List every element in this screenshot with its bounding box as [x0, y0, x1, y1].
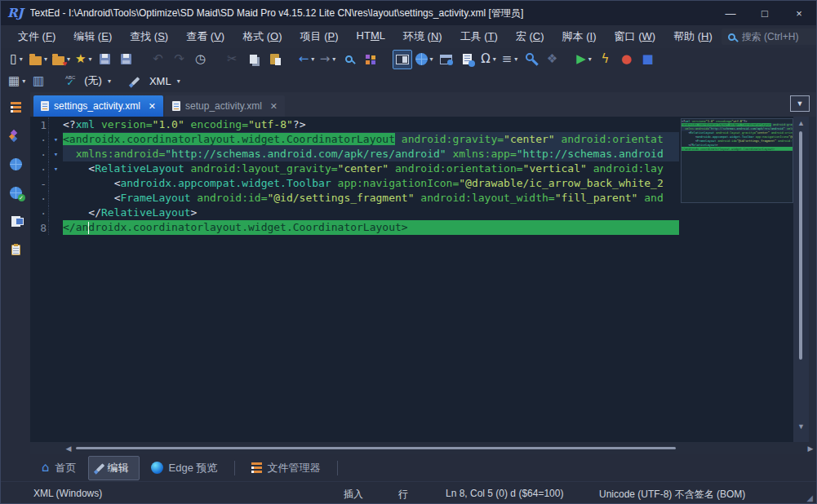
tools-button[interactable] [522, 50, 541, 69]
dropdown-arrow-icon[interactable]: ▾ [22, 77, 25, 85]
menu-item-macro[interactable]: 宏 (C) [507, 26, 553, 47]
split-view-button[interactable]: ▥ [29, 71, 48, 91]
browser-preview-button[interactable]: ▾ [414, 50, 435, 69]
code-line[interactable]: <androidx.appcompat.widget.Toolbar app:n… [63, 176, 679, 191]
dropdown-arrow-icon[interactable]: ▾ [67, 55, 70, 63]
status-encoding[interactable]: Unicode (UTF-8) 不含签名 (BOM) [599, 488, 745, 502]
dropdown-arrow-icon[interactable]: ▾ [20, 55, 23, 63]
scroll-left-icon[interactable]: ◀ [63, 444, 74, 453]
tab-close-icon[interactable]: ✕ [149, 101, 156, 112]
new-file-button[interactable]: ▯▾ [7, 50, 26, 69]
menu-item-format[interactable]: 格式 (O) [233, 26, 291, 47]
show-side-panel-button[interactable] [393, 50, 412, 69]
code-area[interactable]: <?xml version="1.0" encoding="utf-8"?><a… [63, 117, 679, 442]
highlighter-button[interactable] [126, 71, 145, 91]
code-line[interactable]: <FrameLayout android:id="@id/settings_fr… [63, 191, 679, 206]
search-input[interactable] [740, 30, 817, 43]
undo-button[interactable]: ↶ [149, 50, 168, 69]
code-line[interactable]: xmlns:android="http://schemas.android.co… [63, 147, 679, 161]
navigate-forward-button[interactable]: →▾ [318, 50, 338, 69]
find-button[interactable] [340, 50, 359, 69]
open-file-button[interactable]: ▾ [28, 50, 49, 69]
status-syntax-mode[interactable]: XML (Windows) [33, 488, 102, 499]
dropdown-arrow-icon[interactable]: ▾ [493, 55, 496, 63]
sidebar-web-preview-button[interactable] [6, 155, 25, 173]
paste-button[interactable] [265, 50, 285, 69]
special-characters-button[interactable]: Ω▾ [479, 50, 499, 69]
bottom-tab-home[interactable]: ⌂首页 [32, 457, 87, 480]
code-line[interactable]: <RelativeLayout android:layout_gravity="… [63, 161, 679, 176]
dropdown-arrow-icon[interactable]: ▾ [177, 77, 180, 85]
document-minimap[interactable]: <?xml version="1.0" encoding="utf-8"?><a… [681, 118, 793, 203]
code-line[interactable]: </RelativeLayout> [63, 206, 679, 220]
dropdown-arrow-icon[interactable]: ▾ [332, 55, 335, 63]
fold-toggle-icon[interactable]: ▾ [48, 132, 63, 147]
fold-toggle-icon[interactable]: ▾ [48, 147, 63, 161]
horizontal-scroll-thumb[interactable] [76, 447, 676, 449]
layout-mode-button[interactable]: ▦▾ [7, 71, 27, 91]
dropdown-arrow-icon[interactable]: ▾ [44, 55, 47, 63]
code-line[interactable]: </androidx.coordinatorlayout.widget.Coor… [63, 220, 679, 235]
menu-item-tools[interactable]: 工具 (T) [451, 26, 507, 47]
vertical-scroll-thumb[interactable] [799, 131, 802, 360]
bookmarks-button[interactable]: ★▾ [73, 50, 93, 69]
stop-button[interactable]: ■ [638, 50, 658, 69]
history-button[interactable]: ◷ [191, 50, 211, 69]
menu-item-window[interactable]: 窗口 (W) [606, 26, 665, 47]
cut-button[interactable]: ✂ [223, 50, 242, 69]
maximize-button[interactable]: □ [748, 1, 782, 25]
horizontal-scroll-track[interactable] [74, 442, 805, 454]
code-line[interactable]: <?xml version="1.0" encoding="utf-8"?> [63, 117, 679, 132]
menu-item-html[interactable]: HTML [348, 26, 394, 47]
scroll-up-icon[interactable]: ▲ [793, 119, 809, 127]
menu-item-script[interactable]: 脚本 (I) [553, 26, 606, 47]
spell-check-button[interactable] [60, 71, 80, 91]
save-button[interactable] [95, 50, 115, 69]
dropdown-arrow-icon[interactable]: ▾ [88, 55, 91, 63]
editor-tab[interactable]: setup_activity.xml✕ [165, 95, 285, 117]
favorites-button[interactable]: ▾ [51, 50, 72, 69]
dropdown-arrow-icon[interactable]: ▾ [588, 55, 592, 63]
bottom-tab-edit[interactable]: 编辑 [88, 456, 140, 480]
symbols-button[interactable] [361, 50, 380, 69]
close-button[interactable]: × [782, 1, 816, 25]
bottom-tab-edge-preview[interactable]: Edge 预览 [141, 457, 228, 480]
dictionary-selector[interactable]: (无)▾ [84, 73, 111, 88]
menu-item-find[interactable]: 查找 (S) [121, 26, 177, 47]
run-button[interactable]: ▶▾ [575, 50, 594, 69]
scroll-down-icon[interactable]: ▼ [793, 422, 809, 431]
format-document-button[interactable]: ≡▾ [500, 50, 520, 69]
bottom-tab-file-manager[interactable]: 文件管理器 [242, 457, 331, 480]
status-line-mode[interactable]: 行 [398, 488, 408, 502]
editor-tab[interactable]: settings_activity.xml✕ [33, 95, 163, 117]
sidebar-structure-view-button[interactable] [6, 126, 25, 144]
plugins-button[interactable]: ❖ [543, 50, 562, 69]
menu-item-edit[interactable]: 编辑 (E) [64, 26, 121, 47]
dropdown-arrow-icon[interactable]: ▾ [311, 55, 314, 63]
redo-button[interactable]: ↷ [170, 50, 189, 69]
dropdown-arrow-icon[interactable]: ▾ [430, 55, 433, 63]
search-box[interactable] [722, 29, 817, 45]
status-insert-mode[interactable]: 插入 [344, 488, 363, 502]
dropdown-arrow-icon[interactable]: ▾ [108, 77, 111, 85]
navigate-back-button[interactable]: ←▾ [297, 50, 317, 69]
sidebar-panel-preview-button[interactable] [6, 212, 25, 230]
sidebar-web-validate-button[interactable] [6, 183, 25, 201]
menu-item-project[interactable]: 项目 (P) [291, 26, 348, 47]
dropdown-arrow-icon[interactable]: ▾ [514, 55, 517, 63]
sidebar-clipboard-panel-button[interactable] [6, 241, 25, 259]
menu-item-file[interactable]: 文件 (F) [9, 26, 64, 47]
resize-grip[interactable]: ◢ [806, 493, 813, 502]
document-preview-button[interactable] [458, 50, 477, 69]
quick-run-button[interactable]: ϟ [596, 50, 615, 69]
menu-item-help[interactable]: 帮助 (H) [664, 26, 722, 47]
code-line[interactable]: <androidx.coordinatorlayout.widget.Coord… [63, 132, 679, 147]
syntax-selector[interactable]: XML▾ [149, 75, 180, 87]
tab-overflow-button[interactable]: ▼ [790, 95, 810, 112]
sidebar-file-list-button[interactable] [6, 98, 25, 116]
save-all-button[interactable] [117, 50, 136, 69]
copy-button[interactable] [244, 50, 264, 69]
tab-close-icon[interactable]: ✕ [270, 101, 278, 112]
menu-item-environment[interactable]: 环境 (N) [394, 26, 451, 47]
scroll-right-icon[interactable]: ▶ [805, 444, 816, 453]
